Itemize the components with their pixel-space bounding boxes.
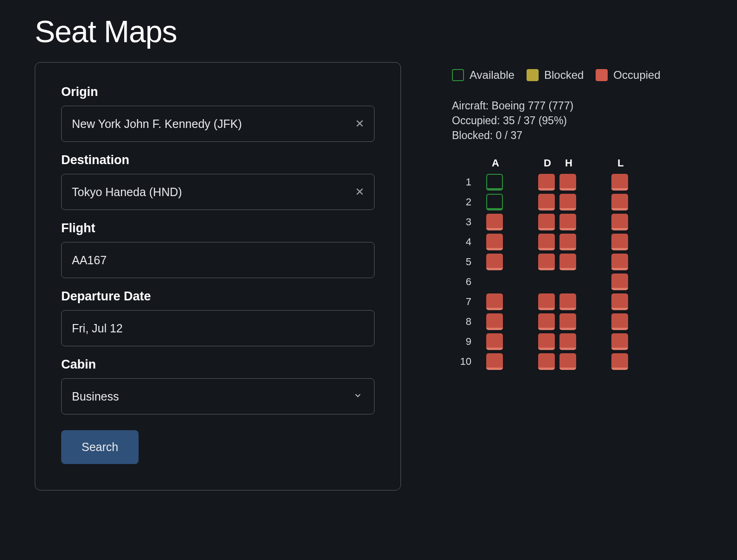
seat bbox=[611, 214, 628, 230]
seat bbox=[486, 234, 503, 250]
seat bbox=[486, 333, 503, 350]
legend-occupied-label: Occupied bbox=[613, 69, 660, 82]
seat-row-label: 9 bbox=[452, 336, 474, 348]
seat-row-label: 7 bbox=[452, 296, 474, 308]
seat bbox=[611, 234, 628, 250]
seat-row-label: 2 bbox=[452, 196, 474, 208]
seat bbox=[486, 353, 503, 370]
seat bbox=[559, 174, 576, 191]
aircraft-line: Aircraft: Boeing 777 (777) bbox=[452, 98, 661, 113]
seat bbox=[538, 313, 555, 330]
seat bbox=[538, 214, 555, 230]
seat bbox=[611, 174, 628, 191]
seat bbox=[538, 333, 555, 350]
date-input[interactable] bbox=[61, 310, 375, 346]
seat-column-label: D bbox=[538, 157, 557, 169]
destination-input[interactable] bbox=[61, 174, 375, 210]
seat bbox=[559, 194, 576, 210]
seat bbox=[559, 293, 576, 310]
seatmap-panel: Available Blocked Occupied Aircraft: Boe… bbox=[452, 62, 661, 490]
origin-input[interactable] bbox=[61, 106, 375, 142]
legend-occupied: Occupied bbox=[596, 69, 660, 82]
flight-input[interactable] bbox=[61, 242, 375, 278]
seat[interactable] bbox=[486, 174, 503, 191]
seat bbox=[538, 293, 555, 310]
seat-row-label: 5 bbox=[452, 256, 474, 268]
flight-label: Flight bbox=[61, 221, 375, 235]
destination-label: Destination bbox=[61, 153, 375, 167]
seat-row-label: 8 bbox=[452, 316, 474, 328]
legend-available-label: Available bbox=[470, 69, 515, 82]
close-icon: ✕ bbox=[355, 117, 364, 130]
seat[interactable] bbox=[486, 194, 503, 210]
seat-row-label: 6 bbox=[452, 276, 474, 288]
seat bbox=[559, 234, 576, 250]
origin-clear-button[interactable]: ✕ bbox=[355, 117, 364, 130]
seat bbox=[538, 254, 555, 270]
seat bbox=[611, 274, 628, 290]
seat-row-label: 1 bbox=[452, 176, 474, 188]
seat bbox=[486, 254, 503, 270]
seat bbox=[559, 254, 576, 270]
blocked-line: Blocked: 0 / 37 bbox=[452, 128, 661, 143]
legend-blocked-label: Blocked bbox=[544, 69, 584, 82]
seat bbox=[611, 313, 628, 330]
seat bbox=[538, 194, 555, 210]
origin-label: Origin bbox=[61, 85, 375, 99]
aircraft-info: Aircraft: Boeing 777 (777) Occupied: 35 … bbox=[452, 98, 661, 143]
seat-column-label: A bbox=[486, 157, 505, 169]
seat-row-label: 3 bbox=[452, 216, 474, 228]
seat bbox=[486, 293, 503, 310]
search-form-panel: Origin ✕ Destination ✕ Fligh bbox=[35, 62, 401, 490]
seat bbox=[486, 313, 503, 330]
occupied-swatch-icon bbox=[596, 69, 608, 81]
seat bbox=[486, 214, 503, 230]
legend-available: Available bbox=[452, 69, 515, 82]
seat-row-label: 4 bbox=[452, 236, 474, 248]
seat bbox=[611, 353, 628, 370]
close-icon: ✕ bbox=[355, 185, 364, 198]
date-label: Departure Date bbox=[61, 289, 375, 304]
destination-clear-button[interactable]: ✕ bbox=[355, 185, 364, 198]
seat bbox=[559, 313, 576, 330]
seat bbox=[611, 194, 628, 210]
seat bbox=[538, 353, 555, 370]
seat bbox=[611, 254, 628, 270]
available-swatch-icon bbox=[452, 69, 464, 81]
seat bbox=[559, 353, 576, 370]
seat-legend: Available Blocked Occupied bbox=[452, 69, 661, 82]
page-title: Seat Maps bbox=[35, 14, 702, 49]
seat-row-label: 10 bbox=[452, 356, 474, 368]
seat bbox=[538, 174, 555, 191]
seat-column-label: L bbox=[611, 157, 630, 169]
search-button[interactable]: Search bbox=[61, 430, 139, 464]
seat bbox=[559, 333, 576, 350]
seat bbox=[611, 293, 628, 310]
legend-blocked: Blocked bbox=[527, 69, 584, 82]
occupied-line: Occupied: 35 / 37 (95%) bbox=[452, 113, 661, 128]
seat bbox=[559, 214, 576, 230]
cabin-label: Cabin bbox=[61, 357, 375, 372]
seatmap-grid: ADHL12345678910 bbox=[452, 157, 630, 373]
seat-column-label: H bbox=[559, 157, 578, 169]
blocked-swatch-icon bbox=[527, 69, 539, 81]
seat bbox=[538, 234, 555, 250]
seat bbox=[611, 333, 628, 350]
cabin-select[interactable] bbox=[61, 378, 375, 414]
